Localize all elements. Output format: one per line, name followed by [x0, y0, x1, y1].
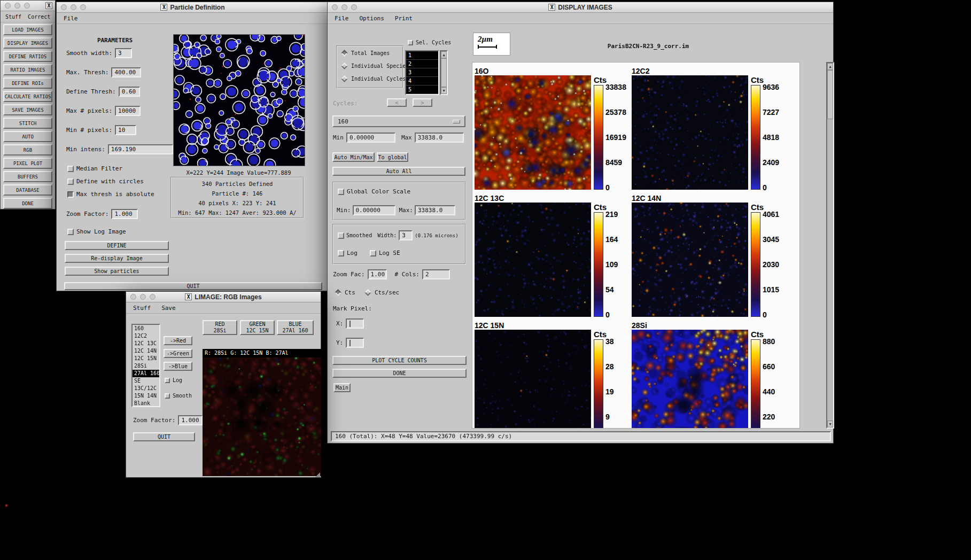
- scrollbar-thumb[interactable]: [827, 70, 833, 119]
- global-color-scale-row[interactable]: Global Color Scale: [338, 188, 410, 195]
- menu-save[interactable]: Save: [161, 305, 176, 312]
- menu-file[interactable]: File: [64, 15, 78, 22]
- smooth-checkbox[interactable]: [165, 393, 170, 399]
- zoom-fac-field[interactable]: 1.00: [368, 269, 387, 279]
- scroll-down-icon[interactable]: ▼: [441, 87, 447, 94]
- species-dropdown[interactable]: 160: [332, 115, 465, 127]
- zoom-factor-field[interactable]: 1.000: [111, 209, 138, 219]
- species-list-item[interactable]: 28Si: [133, 362, 159, 370]
- species-list-item[interactable]: 12C 15N: [133, 355, 159, 362]
- species-list-item[interactable]: SE: [133, 377, 159, 385]
- show-particles-button[interactable]: Show particles: [65, 267, 169, 276]
- menu-stuff[interactable]: Stuff: [5, 14, 21, 20]
- total-images-option[interactable]: Total Images: [340, 50, 390, 56]
- max-thresh-field[interactable]: 400.00: [111, 67, 141, 77]
- auto-minmax-button[interactable]: Auto Min/Max: [332, 152, 375, 162]
- define-circles-checkbox[interactable]: [67, 178, 74, 185]
- individual-species-radio[interactable]: [341, 63, 348, 69]
- close-light-icon[interactable]: [332, 4, 338, 10]
- species-list-item[interactable]: 12C 13C: [133, 340, 159, 347]
- min-pixels-field[interactable]: 10: [115, 125, 136, 135]
- plot-cycle-counts-button[interactable]: PLOT CYCLE COUNTS: [332, 356, 467, 365]
- individual-cycles-radio[interactable]: [341, 75, 348, 82]
- menu-stuff[interactable]: Stuff: [133, 305, 151, 312]
- close-light-icon[interactable]: [5, 3, 11, 9]
- species-list-item[interactable]: 13C/12C: [133, 385, 159, 392]
- log-checkbox[interactable]: [165, 378, 170, 383]
- smooth-width-field[interactable]: 3: [115, 48, 132, 58]
- species-list[interactable]: 160 12C2 12C 13C 12C 14N 12C 15N 28Si 27…: [131, 324, 160, 407]
- rgb-composite-image[interactable]: [203, 357, 321, 476]
- particle-titlebar[interactable]: XParticle Definition: [57, 2, 329, 13]
- minimize-light-icon[interactable]: [341, 4, 347, 10]
- to-red-button[interactable]: ->Red: [164, 336, 192, 345]
- scroll-down-icon[interactable]: ▼: [827, 421, 833, 427]
- species-image-28si[interactable]: [632, 330, 748, 429]
- cycle-item[interactable]: 2: [406, 60, 438, 68]
- particle-image[interactable]: [173, 34, 305, 166]
- species-list-item[interactable]: 160: [133, 325, 159, 332]
- cts-radio[interactable]: [335, 289, 341, 296]
- window-controls[interactable]: [332, 4, 357, 10]
- min-field[interactable]: 0.00000: [346, 133, 395, 143]
- menu-file[interactable]: File: [335, 15, 349, 22]
- menu-print[interactable]: Print: [395, 15, 413, 22]
- sel-cycles-checkbox[interactable]: [408, 40, 413, 45]
- species-image-12c2[interactable]: [632, 75, 748, 190]
- to-blue-button[interactable]: ->Blue: [164, 362, 192, 371]
- define-rois-button[interactable]: DEFINE ROIs: [3, 77, 52, 89]
- max-thresh-absolute-checkbox[interactable]: [67, 191, 74, 198]
- total-images-radio[interactable]: [341, 50, 348, 57]
- individual-species-option[interactable]: Individual Species: [340, 63, 409, 69]
- cycles-scrollbar[interactable]: ▲ ▼: [440, 50, 448, 95]
- species-list-item[interactable]: Blank: [133, 400, 159, 407]
- zoom-factor-field[interactable]: 1.000: [178, 415, 203, 425]
- min-intens-field[interactable]: 169.190: [108, 144, 173, 154]
- show-log-checkbox[interactable]: [67, 229, 74, 235]
- species-image-12c13c[interactable]: [475, 203, 591, 317]
- display-scrollbar[interactable]: ▲ ▼: [826, 62, 834, 429]
- minimize-light-icon[interactable]: [71, 4, 76, 10]
- done-button[interactable]: DONE: [332, 369, 467, 378]
- display-images-button[interactable]: DISPLAY IMAGES: [3, 37, 52, 49]
- auto-button[interactable]: AUTO: [3, 131, 52, 142]
- rgb-titlebar[interactable]: XLIMAGE: RGB Images: [126, 292, 321, 302]
- global-max-field[interactable]: 33838.0: [415, 205, 455, 215]
- calculate-ratios-button[interactable]: CALCULATE RATIOS: [3, 91, 52, 102]
- species-list-item-selected[interactable]: 27Al 160: [133, 370, 159, 377]
- cycle-item[interactable]: 3: [406, 68, 438, 77]
- toolbar-titlebar[interactable]: X: [1, 1, 55, 11]
- prev-cycle-button[interactable]: <: [387, 98, 407, 107]
- quit-button[interactable]: QUIT: [64, 282, 322, 290]
- species-image-12c15n[interactable]: [475, 330, 591, 429]
- ratio-images-button[interactable]: RATIO IMAGES: [3, 64, 52, 75]
- close-light-icon[interactable]: [130, 294, 136, 300]
- save-images-button[interactable]: SAVE IMAGES: [3, 104, 52, 115]
- next-cycle-button[interactable]: >: [413, 98, 432, 107]
- cycle-item[interactable]: 4: [406, 77, 438, 85]
- global-min-field[interactable]: 0.00000: [353, 205, 395, 215]
- load-images-button[interactable]: LOAD IMAGES: [3, 24, 52, 35]
- cycles-list[interactable]: 1 2 3 4 5: [405, 50, 439, 95]
- blue-channel-header[interactable]: BLUE 27Al 160: [277, 320, 314, 335]
- cols-field[interactable]: 2: [422, 269, 450, 279]
- minimize-light-icon[interactable]: [140, 294, 146, 300]
- zoom-light-icon[interactable]: [80, 4, 86, 10]
- max-pixels-field[interactable]: 10000: [115, 106, 141, 116]
- species-list-item[interactable]: 15N 14N: [133, 392, 159, 400]
- log-se-checkbox[interactable]: [370, 250, 376, 256]
- cycle-item[interactable]: 5: [406, 85, 438, 94]
- zoom-light-icon[interactable]: [150, 294, 156, 300]
- define-button[interactable]: DEFINE: [65, 241, 169, 250]
- scroll-up-icon[interactable]: ▲: [827, 63, 833, 70]
- global-color-scale-checkbox[interactable]: [338, 189, 344, 195]
- buffers-button[interactable]: BUFFERS: [3, 171, 52, 182]
- resize-handle-icon[interactable]: [315, 472, 320, 477]
- red-channel-header[interactable]: RED 28Si: [203, 320, 237, 335]
- redisplay-image-button[interactable]: Re-display Image: [65, 254, 169, 263]
- window-controls[interactable]: [5, 3, 30, 9]
- median-filter-checkbox[interactable]: [67, 166, 74, 172]
- species-list-item[interactable]: 12C2: [133, 332, 159, 340]
- pixel-plot-button[interactable]: PIXEL PLOT: [3, 158, 52, 169]
- width-field[interactable]: 3: [399, 230, 413, 240]
